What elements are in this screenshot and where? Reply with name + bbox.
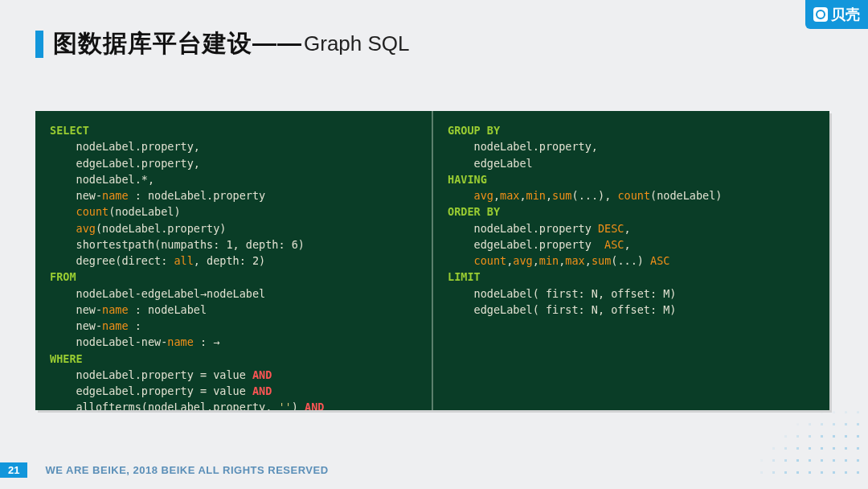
code-block: SELECT nodeLabel.property, edgeLabel.pro… [35, 111, 829, 410]
code-column-right: GROUP BY nodeLabel.property, edgeLabel H… [432, 111, 829, 410]
title-english: Graph SQL [304, 31, 410, 56]
title-accent-bar [35, 31, 43, 58]
logo-icon [813, 7, 828, 22]
footer: 21 WE ARE BEIKE, 2018 BEIKE ALL RIGHTS R… [0, 462, 329, 478]
code-column-left: SELECT nodeLabel.property, edgeLabel.pro… [35, 111, 432, 410]
brand-logo: 贝壳 [805, 0, 868, 29]
footer-text: WE ARE BEIKE, 2018 BEIKE ALL RIGHTS RESE… [45, 464, 328, 476]
logo-text: 贝壳 [831, 5, 860, 24]
slide-title: 图数据库平台建设—— Graph SQL [35, 27, 410, 60]
page-number: 21 [0, 462, 27, 478]
title-chinese: 图数据库平台建设—— [53, 27, 302, 60]
